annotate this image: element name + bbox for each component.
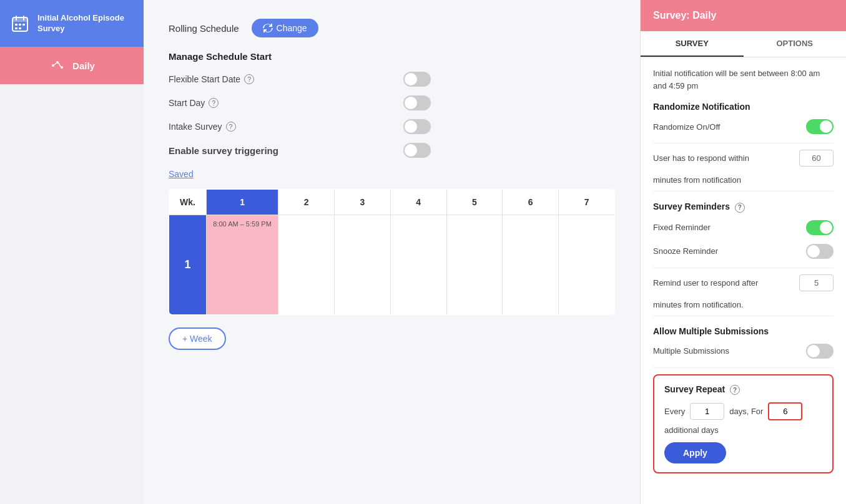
allow-multiple-section-title: Allow Multiple Submissions [653,326,834,336]
cell-7[interactable] [559,215,615,315]
add-week-button[interactable]: + Week [169,327,226,350]
panel-tabs: SURVEY OPTIONS [641,31,846,57]
every-label: Every [664,407,685,416]
survey-repeat-help-icon[interactable]: ? [730,385,740,395]
col-header-2: 2 [278,190,335,215]
respond-within-input[interactable] [799,150,834,167]
multiple-submissions-toggle[interactable] [806,344,834,359]
remind-after-input[interactable] [799,274,834,291]
notification-info: Initial notification will be sent betwee… [653,67,834,92]
active-cell-1[interactable]: 8:00 AM – 5:59 PM [207,215,278,315]
svg-line-12 [54,63,56,65]
col-header-5: 5 [446,190,503,215]
apply-button[interactable]: Apply [664,442,726,463]
svg-line-13 [59,63,61,67]
col-header-6: 6 [503,190,559,215]
svg-rect-8 [19,27,21,29]
enable-triggering-label: Enable survey triggering [169,145,278,156]
svg-point-9 [52,64,54,67]
intake-survey-row: Intake Survey ? [169,119,431,134]
randomize-section-title: Randomize Notification [653,102,834,112]
reminders-help-icon[interactable]: ? [735,203,745,213]
manage-schedule-title: Manage Schedule Start [169,51,615,62]
svg-rect-7 [15,27,17,29]
survey-repeat-title: Survey Repeat ? [664,384,822,395]
row-number: 1 [169,215,207,315]
wk-header: Wk. [169,190,207,215]
snooze-reminder-label: Snooze Reminder [653,246,806,256]
flexible-start-date-row: Flexible Start Date ? [169,72,431,87]
col-header-4: 4 [390,190,446,215]
randomize-on-off-row: Randomize On/Off [653,119,834,134]
start-day-toggle[interactable] [403,95,431,110]
snooze-reminder-row: Snooze Reminder [653,244,834,259]
remind-after-suffix: minutes from notification. [653,300,834,309]
flexible-start-date-label: Flexible Start Date ? [169,74,254,84]
reminders-section-title: Survey Reminders ? [653,201,834,213]
rolling-schedule-label: Rolling Schedule [169,23,239,34]
panel-body: Initial notification will be sent betwee… [641,57,846,504]
col-header-1: 1 [207,190,278,215]
remind-after-label: Remind user to respond after [653,278,795,288]
svg-rect-4 [15,24,17,26]
cell-4[interactable] [390,215,446,315]
change-button[interactable]: Change [252,19,318,37]
days-label: days, For [729,407,763,416]
daily-label: Daily [72,61,95,71]
cell-2[interactable] [278,215,335,315]
saved-label[interactable]: Saved [169,169,615,179]
enable-triggering-row: Enable survey triggering [169,143,431,158]
sidebar-item-daily[interactable]: Daily [0,47,144,84]
right-panel-header: Survey: Daily [641,0,846,31]
enable-triggering-toggle[interactable] [403,143,431,158]
sidebar-top[interactable]: Initial Alcohol Episode Survey [0,0,144,47]
svg-rect-5 [19,24,21,26]
col-header-7: 7 [559,190,615,215]
remind-after-row: Remind user to respond after [653,274,834,291]
tab-options[interactable]: OPTIONS [744,31,847,57]
fixed-reminder-label: Fixed Reminder [653,223,806,232]
cell-6[interactable] [503,215,559,315]
randomize-toggle[interactable] [806,119,834,134]
cell-time: 8:00 AM – 5:59 PM [207,215,278,233]
intake-survey-toggle[interactable] [403,119,431,134]
flexible-start-date-toggle[interactable] [403,72,431,87]
svg-rect-1 [12,17,27,22]
snooze-reminder-toggle[interactable] [806,244,834,259]
days-every-input[interactable] [690,403,724,420]
respond-within-suffix: minutes from notification [653,175,834,185]
fixed-reminder-toggle[interactable] [806,220,834,235]
respond-within-row: User has to respond within [653,150,834,167]
multiple-submissions-label: Multiple Submissions [653,346,806,356]
intake-survey-help-icon[interactable]: ? [226,122,236,132]
start-day-row: Start Day ? [169,95,431,110]
intake-survey-label: Intake Survey ? [169,122,236,132]
fixed-reminder-row: Fixed Reminder [653,220,834,235]
for-input[interactable] [768,402,802,420]
schedule-table: Wk. 1 2 3 4 5 6 7 1 8:00 AM – 5:59 PM [169,189,615,315]
additional-days-label: additional days [664,425,822,435]
main-content: Rolling Schedule Change Manage Schedule … [144,0,640,504]
flexible-start-date-help-icon[interactable]: ? [244,74,254,84]
survey-repeat-section: Survey Repeat ? Every days, For addition… [653,374,834,474]
svg-rect-6 [22,24,25,26]
col-header-3: 3 [334,190,390,215]
start-day-label: Start Day ? [169,98,219,108]
cell-3[interactable] [334,215,390,315]
randomize-on-off-label: Randomize On/Off [653,122,806,132]
multiple-submissions-row: Multiple Submissions [653,344,834,359]
respond-within-label: User has to respond within [653,153,795,163]
calendar-icon [10,14,30,34]
sidebar-survey-title: Initial Alcohol Episode Survey [37,13,134,34]
tab-survey[interactable]: SURVEY [641,31,744,57]
sidebar: Initial Alcohol Episode Survey Daily [0,0,144,504]
table-row: 1 8:00 AM – 5:59 PM [169,215,615,315]
cell-5[interactable] [446,215,503,315]
right-panel: Survey: Daily SURVEY OPTIONS Initial not… [640,0,846,504]
start-day-help-icon[interactable]: ? [209,98,219,108]
graph-icon [49,57,66,74]
rolling-schedule-row: Rolling Schedule Change [169,19,615,37]
survey-repeat-row: Every days, For [664,402,822,420]
